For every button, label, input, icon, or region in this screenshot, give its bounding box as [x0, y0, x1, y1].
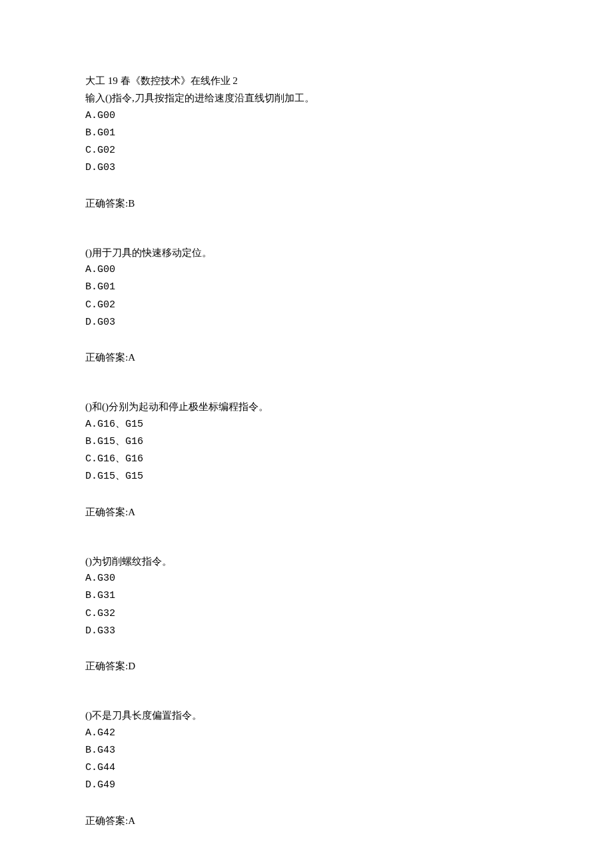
question-block: ()为切削螺纹指令。 A.G30 B.G31 C.G32 D.G33 正确答案:…	[85, 553, 528, 675]
option-b: B.G31	[85, 587, 528, 605]
question-stem: ()和()分别为起动和停止极坐标编程指令。	[85, 398, 528, 415]
question-stem: 输入()指令,刀具按指定的进给速度沿直线切削加工。	[85, 89, 528, 107]
page-title: 大工 19 春《数控技术》在线作业 2	[85, 72, 528, 89]
question-stem: ()不是刀具长度偏置指令。	[85, 707, 528, 724]
question-stem: ()用于刀具的快速移动定位。	[85, 244, 528, 261]
option-c: C.G02	[85, 297, 528, 314]
question-block: ()不是刀具长度偏置指令。 A.G42 B.G43 C.G44 D.G49 正确…	[85, 707, 528, 829]
option-a: A.G30	[85, 570, 528, 587]
option-d: D.G33	[85, 623, 528, 640]
question-stem: ()为切削螺纹指令。	[85, 553, 528, 570]
correct-answer: 正确答案:B	[85, 195, 528, 212]
question-block: ()用于刀具的快速移动定位。 A.G00 B.G01 C.G02 D.G03 正…	[85, 244, 528, 367]
option-b: B.G01	[85, 279, 528, 296]
option-a: A.G00	[85, 107, 528, 125]
correct-answer: 正确答案:D	[85, 657, 528, 675]
option-a: A.G42	[85, 725, 528, 742]
correct-answer: 正确答案:A	[85, 812, 528, 829]
option-d: D.G49	[85, 777, 528, 794]
option-a: A.G16、G15	[85, 416, 528, 433]
question-block: ()和()分别为起动和停止极坐标编程指令。 A.G16、G15 B.G15、G1…	[85, 398, 528, 521]
question-block: 输入()指令,刀具按指定的进给速度沿直线切削加工。 A.G00 B.G01 C.…	[85, 89, 528, 212]
option-c: C.G32	[85, 605, 528, 623]
option-c: C.G44	[85, 759, 528, 777]
option-b: B.G01	[85, 125, 528, 142]
correct-answer: 正确答案:A	[85, 503, 528, 521]
option-b: B.G43	[85, 742, 528, 759]
option-c: C.G02	[85, 142, 528, 159]
option-d: D.G03	[85, 159, 528, 177]
option-c: C.G16、G16	[85, 451, 528, 468]
correct-answer: 正确答案:A	[85, 349, 528, 366]
option-b: B.G15、G16	[85, 433, 528, 451]
option-d: D.G03	[85, 314, 528, 331]
option-a: A.G00	[85, 261, 528, 279]
option-d: D.G15、G15	[85, 468, 528, 485]
